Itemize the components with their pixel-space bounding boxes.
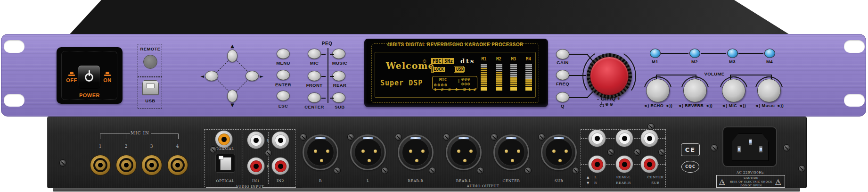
rca-output-red[interactable] (640, 155, 658, 173)
screw (711, 144, 718, 151)
rca-hole (278, 138, 283, 143)
arrow-left-icon: ◄ (200, 74, 204, 79)
screw (783, 144, 790, 151)
clock-icon: ◷ (423, 58, 426, 63)
peq-center-button[interactable] (308, 92, 321, 103)
xlr-output-l[interactable] (350, 134, 386, 170)
meter-segment (496, 77, 502, 79)
xlr-pin (505, 150, 508, 153)
cqc-text: CQC (685, 165, 696, 169)
rca-output-red[interactable] (588, 155, 606, 173)
rca-output-white[interactable] (588, 129, 606, 147)
xlr-pin (552, 150, 556, 153)
rca-output-white[interactable] (640, 129, 658, 147)
usb-port[interactable] (142, 80, 159, 95)
micin-tick (126, 134, 126, 139)
d-label: D 1 2 (463, 87, 476, 92)
rca-hole (622, 136, 627, 141)
meter-segment (496, 75, 502, 77)
rca-input-red-in2[interactable] (271, 157, 289, 175)
enter-button[interactable] (277, 70, 290, 80)
esc-button[interactable] (277, 91, 290, 101)
mic-input-jack[interactable] (116, 155, 137, 175)
volume-knob-music[interactable] (757, 79, 781, 102)
dpad-left-button[interactable] (205, 71, 218, 81)
dpad-down-button[interactable] (227, 90, 237, 102)
xlr-output-center[interactable] (493, 134, 529, 170)
menu-button[interactable] (277, 49, 290, 59)
screw (634, 149, 641, 156)
rca-out-label-top: CENTER (647, 175, 664, 179)
rack-hole (4, 40, 25, 53)
peq-front-button[interactable] (308, 71, 321, 81)
hand-pointer-icon (599, 101, 604, 107)
xlr-glint (315, 137, 326, 139)
screw (798, 165, 805, 172)
chassis-base (53, 188, 800, 192)
meter-segment (481, 77, 487, 79)
gain-knob-line (569, 54, 588, 55)
peq-music-button[interactable] (332, 49, 345, 59)
chassis-top (0, 0, 868, 38)
mic-input-jack[interactable] (167, 155, 188, 175)
memory-led (689, 49, 700, 58)
rca-output-white[interactable] (615, 129, 633, 147)
gain-button[interactable] (556, 49, 569, 59)
rca-output-red[interactable] (615, 155, 633, 173)
meter-segment (496, 74, 502, 75)
xlr-label: L (367, 179, 369, 183)
rca-input-white-in2[interactable] (271, 131, 289, 149)
jack-hole (149, 163, 154, 167)
lcd-display: 48BITS DIGITAL REVERB/ECHO KARAOKE PROCE… (364, 39, 548, 107)
volume-knob-label: ◄) Music ◄)) (754, 103, 784, 108)
volume-bracket-left (656, 75, 696, 75)
peq-tie-dash (330, 76, 334, 77)
volume-knob-echo[interactable] (646, 79, 670, 102)
micin-bracket (151, 134, 179, 134)
peq-rear-button[interactable] (332, 71, 345, 81)
meter-segment (496, 64, 502, 66)
coaxial-label: COAXIAL (215, 147, 234, 151)
meter-segment (525, 81, 532, 83)
level-meters: M1M2M3M4 (481, 57, 542, 94)
screw (381, 167, 388, 174)
rca-input-white-in1[interactable] (247, 131, 265, 149)
gfq-knob[interactable] (590, 57, 629, 95)
meter-label: M1 (482, 57, 487, 62)
peq-mic-button[interactable] (308, 49, 321, 59)
rca-input-red-in1[interactable] (247, 157, 265, 175)
xlr-output-rear-r[interactable] (398, 134, 434, 170)
jack-hole (124, 163, 129, 167)
gain-label: GAIN (557, 60, 568, 65)
mic-input-jack[interactable] (141, 155, 162, 175)
led-connector-line (738, 53, 763, 54)
q-button[interactable] (556, 92, 569, 102)
remote-section: REMOTE (138, 44, 162, 77)
meter-segment (525, 74, 532, 75)
ac-power-inlet (722, 126, 777, 167)
ac-pin-glint (760, 148, 762, 151)
freq-button[interactable] (556, 70, 569, 80)
title-dash-right (447, 44, 463, 45)
volume-knob-reverb[interactable] (683, 79, 707, 102)
dpad-right-button[interactable] (246, 71, 259, 81)
meter-peak-block (496, 87, 502, 91)
volume-knob-mic[interactable] (722, 79, 745, 102)
meter-segment (481, 68, 487, 69)
xlr-output-r[interactable] (303, 134, 338, 170)
dpad-up-button[interactable] (227, 50, 237, 62)
peq-sub-button[interactable] (332, 92, 345, 103)
peq-sub-label: SUB (335, 104, 344, 109)
caution-line1: CAUTION (744, 176, 758, 179)
d-dots-row1: ⊙⊙⊙ (461, 77, 470, 82)
coaxial-input-jack[interactable] (215, 130, 233, 148)
xlr-output-sub[interactable] (541, 134, 577, 170)
power-button[interactable] (78, 65, 100, 89)
usb-text: USB (455, 67, 465, 72)
optical-input-port[interactable] (215, 154, 235, 173)
peq-tie-dash (321, 76, 326, 77)
screw (429, 167, 436, 174)
mic-input-jack[interactable] (90, 155, 111, 175)
xlr-output-rear-l[interactable] (446, 134, 482, 170)
meter-segment (525, 68, 532, 69)
